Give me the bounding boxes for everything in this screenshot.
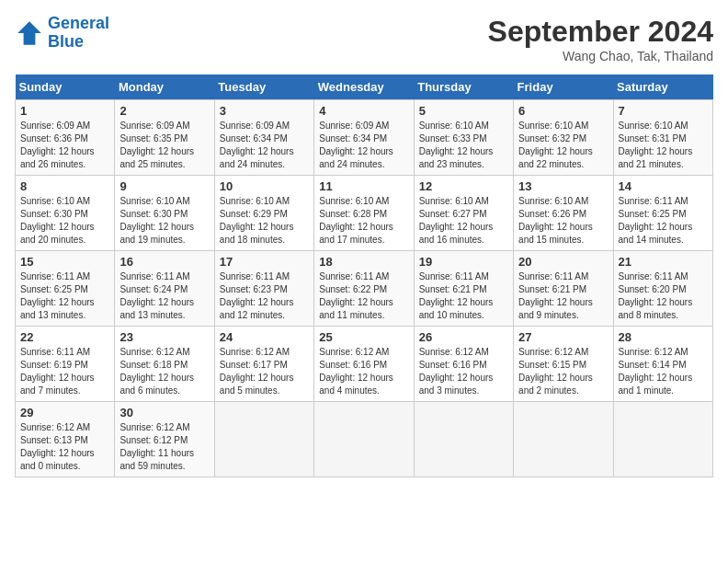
day-number: 15	[20, 255, 109, 269]
day-info: Sunrise: 6:09 AM Sunset: 6:36 PM Dayligh…	[20, 120, 109, 171]
weekday-header-monday: Monday	[115, 75, 214, 100]
calendar-cell: 3 Sunrise: 6:09 AM Sunset: 6:34 PM Dayli…	[214, 100, 313, 176]
day-number: 3	[220, 104, 309, 118]
day-info: Sunrise: 6:12 AM Sunset: 6:14 PM Dayligh…	[619, 346, 708, 397]
page-header: General Blue September 2024 Wang Chao, T…	[15, 15, 713, 63]
calendar-cell: 18 Sunrise: 6:11 AM Sunset: 6:22 PM Dayl…	[314, 251, 414, 327]
day-number: 8	[20, 179, 109, 193]
day-info: Sunrise: 6:10 AM Sunset: 6:27 PM Dayligh…	[419, 195, 508, 247]
day-number: 1	[20, 104, 109, 118]
calendar-cell: 23 Sunrise: 6:12 AM Sunset: 6:18 PM Dayl…	[115, 327, 214, 402]
day-info: Sunrise: 6:10 AM Sunset: 6:26 PM Dayligh…	[518, 195, 608, 247]
day-number: 14	[619, 179, 708, 193]
calendar-week-row: 8 Sunrise: 6:10 AM Sunset: 6:30 PM Dayli…	[16, 176, 713, 251]
calendar-week-row: 15 Sunrise: 6:11 AM Sunset: 6:25 PM Dayl…	[16, 251, 713, 327]
day-info: Sunrise: 6:09 AM Sunset: 6:34 PM Dayligh…	[319, 120, 408, 171]
day-info: Sunrise: 6:11 AM Sunset: 6:24 PM Dayligh…	[119, 270, 209, 322]
day-info: Sunrise: 6:10 AM Sunset: 6:31 PM Dayligh…	[619, 120, 708, 171]
day-number: 10	[220, 179, 309, 193]
calendar-cell: 25 Sunrise: 6:12 AM Sunset: 6:16 PM Dayl…	[314, 327, 414, 402]
title-block: September 2024 Wang Chao, Tak, Thailand	[488, 15, 713, 63]
day-info: Sunrise: 6:12 AM Sunset: 6:17 PM Dayligh…	[220, 346, 309, 397]
weekday-header-saturday: Saturday	[613, 75, 712, 100]
day-number: 16	[119, 255, 209, 269]
logo-icon	[15, 18, 44, 48]
weekday-header-wednesday: Wednesday	[314, 75, 414, 100]
day-number: 4	[319, 104, 408, 118]
calendar-cell: 30 Sunrise: 6:12 AM Sunset: 6:12 PM Dayl…	[115, 402, 214, 477]
day-info: Sunrise: 6:12 AM Sunset: 6:12 PM Dayligh…	[119, 421, 209, 473]
calendar-cell: 26 Sunrise: 6:12 AM Sunset: 6:16 PM Dayl…	[414, 327, 513, 402]
day-number: 22	[20, 330, 109, 344]
calendar-cell: 29 Sunrise: 6:12 AM Sunset: 6:13 PM Dayl…	[16, 402, 115, 477]
day-info: Sunrise: 6:12 AM Sunset: 6:15 PM Dayligh…	[518, 346, 608, 397]
weekday-header-sunday: Sunday	[16, 75, 115, 100]
calendar-cell: 22 Sunrise: 6:11 AM Sunset: 6:19 PM Dayl…	[16, 327, 115, 402]
day-number: 2	[119, 104, 209, 118]
day-info: Sunrise: 6:11 AM Sunset: 6:22 PM Dayligh…	[319, 270, 408, 322]
calendar-cell	[514, 402, 613, 477]
day-info: Sunrise: 6:10 AM Sunset: 6:33 PM Dayligh…	[419, 120, 508, 171]
day-number: 17	[220, 255, 309, 269]
day-info: Sunrise: 6:10 AM Sunset: 6:28 PM Dayligh…	[319, 195, 408, 247]
calendar-cell	[314, 402, 414, 477]
day-info: Sunrise: 6:09 AM Sunset: 6:35 PM Dayligh…	[119, 120, 209, 171]
day-info: Sunrise: 6:10 AM Sunset: 6:29 PM Dayligh…	[220, 195, 309, 247]
day-info: Sunrise: 6:11 AM Sunset: 6:20 PM Dayligh…	[619, 270, 708, 322]
day-info: Sunrise: 6:12 AM Sunset: 6:13 PM Dayligh…	[20, 421, 109, 473]
calendar-cell	[214, 402, 313, 477]
day-number: 5	[419, 104, 508, 118]
day-number: 20	[518, 255, 608, 269]
day-number: 19	[419, 255, 508, 269]
calendar-cell: 21 Sunrise: 6:11 AM Sunset: 6:20 PM Dayl…	[613, 251, 712, 327]
logo-text: General Blue	[48, 15, 109, 52]
weekday-header-thursday: Thursday	[414, 75, 513, 100]
weekday-header-row: SundayMondayTuesdayWednesdayThursdayFrid…	[16, 75, 713, 100]
calendar-cell: 9 Sunrise: 6:10 AM Sunset: 6:30 PM Dayli…	[115, 176, 214, 251]
day-number: 29	[20, 406, 109, 419]
day-number: 21	[619, 255, 708, 269]
calendar-cell: 6 Sunrise: 6:10 AM Sunset: 6:32 PM Dayli…	[514, 100, 613, 176]
calendar-cell: 8 Sunrise: 6:10 AM Sunset: 6:30 PM Dayli…	[16, 176, 115, 251]
day-number: 7	[619, 104, 708, 118]
day-info: Sunrise: 6:12 AM Sunset: 6:18 PM Dayligh…	[119, 346, 209, 397]
calendar-cell: 11 Sunrise: 6:10 AM Sunset: 6:28 PM Dayl…	[314, 176, 414, 251]
logo-blue: Blue	[48, 33, 109, 52]
calendar-cell: 1 Sunrise: 6:09 AM Sunset: 6:36 PM Dayli…	[16, 100, 115, 176]
calendar-cell	[613, 402, 712, 477]
month-year: September 2024	[488, 15, 713, 49]
day-number: 12	[419, 179, 508, 193]
calendar-cell: 27 Sunrise: 6:12 AM Sunset: 6:15 PM Dayl…	[514, 327, 613, 402]
day-info: Sunrise: 6:12 AM Sunset: 6:16 PM Dayligh…	[319, 346, 408, 397]
day-number: 30	[119, 406, 209, 419]
calendar-cell: 7 Sunrise: 6:10 AM Sunset: 6:31 PM Dayli…	[613, 100, 712, 176]
day-info: Sunrise: 6:11 AM Sunset: 6:21 PM Dayligh…	[419, 270, 508, 322]
calendar-cell: 5 Sunrise: 6:10 AM Sunset: 6:33 PM Dayli…	[414, 100, 513, 176]
calendar-cell: 28 Sunrise: 6:12 AM Sunset: 6:14 PM Dayl…	[613, 327, 712, 402]
day-number: 9	[119, 179, 209, 193]
day-number: 27	[518, 330, 608, 344]
day-number: 24	[220, 330, 309, 344]
calendar-cell: 16 Sunrise: 6:11 AM Sunset: 6:24 PM Dayl…	[115, 251, 214, 327]
calendar-cell: 4 Sunrise: 6:09 AM Sunset: 6:34 PM Dayli…	[314, 100, 414, 176]
weekday-header-tuesday: Tuesday	[214, 75, 313, 100]
day-info: Sunrise: 6:09 AM Sunset: 6:34 PM Dayligh…	[220, 120, 309, 171]
calendar-week-row: 22 Sunrise: 6:11 AM Sunset: 6:19 PM Dayl…	[16, 327, 713, 402]
day-info: Sunrise: 6:12 AM Sunset: 6:16 PM Dayligh…	[419, 346, 508, 397]
calendar-week-row: 29 Sunrise: 6:12 AM Sunset: 6:13 PM Dayl…	[16, 402, 713, 477]
day-info: Sunrise: 6:11 AM Sunset: 6:23 PM Dayligh…	[220, 270, 309, 322]
day-info: Sunrise: 6:11 AM Sunset: 6:25 PM Dayligh…	[619, 195, 708, 247]
day-info: Sunrise: 6:10 AM Sunset: 6:32 PM Dayligh…	[518, 120, 608, 171]
day-number: 13	[518, 179, 608, 193]
day-number: 23	[119, 330, 209, 344]
calendar-cell: 12 Sunrise: 6:10 AM Sunset: 6:27 PM Dayl…	[414, 176, 513, 251]
calendar-cell: 13 Sunrise: 6:10 AM Sunset: 6:26 PM Dayl…	[514, 176, 613, 251]
calendar-cell: 17 Sunrise: 6:11 AM Sunset: 6:23 PM Dayl…	[214, 251, 313, 327]
day-number: 26	[419, 330, 508, 344]
day-number: 11	[319, 179, 408, 193]
day-number: 25	[319, 330, 408, 344]
calendar-week-row: 1 Sunrise: 6:09 AM Sunset: 6:36 PM Dayli…	[16, 100, 713, 176]
calendar-cell: 24 Sunrise: 6:12 AM Sunset: 6:17 PM Dayl…	[214, 327, 313, 402]
calendar-cell: 19 Sunrise: 6:11 AM Sunset: 6:21 PM Dayl…	[414, 251, 513, 327]
calendar-cell	[414, 402, 513, 477]
